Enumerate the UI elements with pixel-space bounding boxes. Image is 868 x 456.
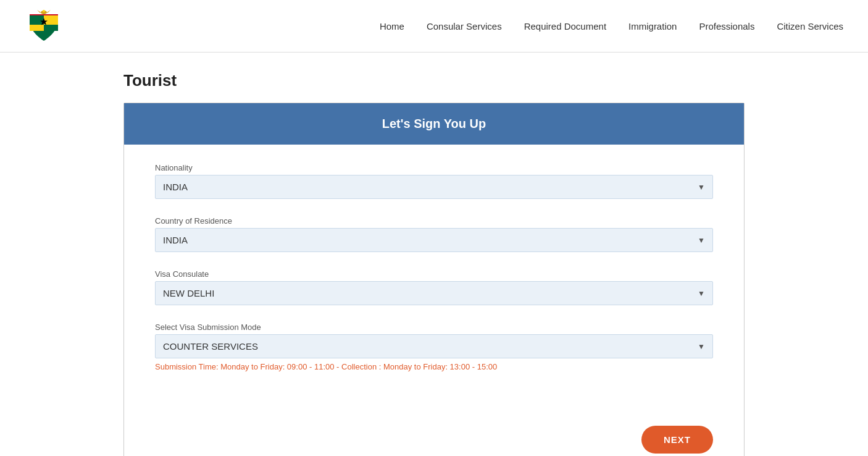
form-footer: NEXT xyxy=(124,413,744,456)
svg-point-8 xyxy=(43,10,45,12)
visa-submission-mode-select[interactable]: COUNTER SERVICES xyxy=(156,335,712,358)
signup-form-card: Let's Sign You Up Nationality INDIA ▼ Co… xyxy=(123,103,745,456)
form-header-title: Let's Sign You Up xyxy=(382,117,486,130)
svg-rect-0 xyxy=(30,14,44,25)
nationality-group: Nationality INDIA ▼ xyxy=(155,163,713,199)
visa-submission-mode-select-wrapper: COUNTER SERVICES ▼ xyxy=(155,334,713,358)
submission-info-text: Submission Time: Monday to Friday: 09:00… xyxy=(155,362,713,371)
visa-consulate-select[interactable]: NEW DELHI xyxy=(156,282,712,305)
nationality-select[interactable]: INDIA xyxy=(156,175,712,198)
form-header: Let's Sign You Up xyxy=(124,103,744,145)
nav-consular-services[interactable]: Consular Services xyxy=(427,21,502,32)
nationality-select-wrapper: INDIA ▼ xyxy=(155,175,713,199)
svg-marker-6 xyxy=(37,10,41,13)
visa-submission-mode-group: Select Visa Submission Mode COUNTER SERV… xyxy=(155,323,713,371)
main-content: Tourist Let's Sign You Up Nationality IN… xyxy=(0,53,868,456)
country-of-residence-select-wrapper: INDIA ▼ xyxy=(155,228,713,252)
country-of-residence-group: Country of Residence INDIA ▼ xyxy=(155,216,713,252)
country-of-residence-select[interactable]: INDIA xyxy=(156,229,712,251)
nationality-label: Nationality xyxy=(155,163,713,172)
visa-consulate-group: Visa Consulate NEW DELHI ▼ xyxy=(155,269,713,305)
next-button[interactable]: NEXT xyxy=(641,426,713,454)
country-of-residence-label: Country of Residence xyxy=(155,216,713,226)
main-header: Home Consular Services Required Document… xyxy=(0,0,868,53)
nav-citizen-services[interactable]: Citizen Services xyxy=(777,21,843,32)
nav-immigration[interactable]: Immigration xyxy=(628,21,677,32)
page-title: Tourist xyxy=(123,71,745,90)
ghana-emblem-icon xyxy=(25,7,63,45)
nav-home[interactable]: Home xyxy=(380,21,404,32)
svg-marker-7 xyxy=(47,10,51,13)
visa-consulate-select-wrapper: NEW DELHI ▼ xyxy=(155,281,713,305)
svg-rect-1 xyxy=(44,14,58,25)
nav-required-document[interactable]: Required Document xyxy=(524,21,606,32)
visa-submission-mode-label: Select Visa Submission Mode xyxy=(155,323,713,332)
nav-professionals[interactable]: Professionals xyxy=(699,21,754,32)
visa-consulate-label: Visa Consulate xyxy=(155,269,713,279)
svg-rect-2 xyxy=(30,25,44,31)
form-body: Nationality INDIA ▼ Country of Residence… xyxy=(124,145,744,413)
main-nav: Home Consular Services Required Document… xyxy=(380,21,843,32)
svg-rect-3 xyxy=(44,25,58,31)
logo-area xyxy=(25,7,63,45)
